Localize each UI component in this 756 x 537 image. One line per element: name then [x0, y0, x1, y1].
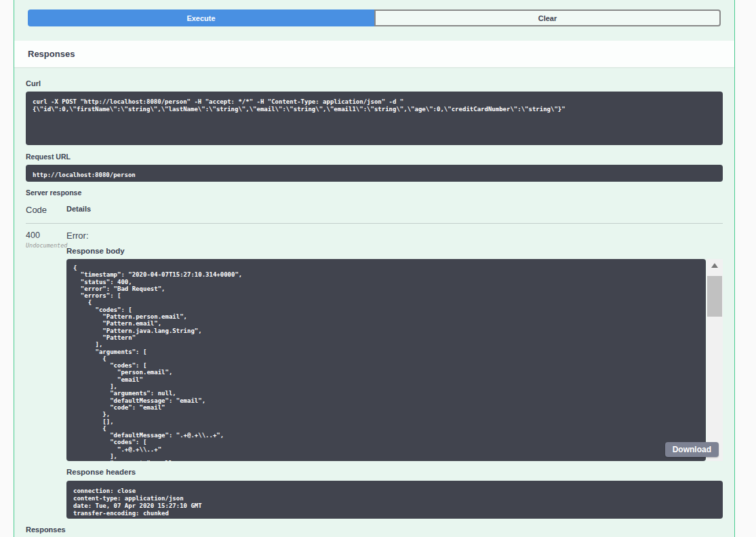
response-details-cell: Error: Response body { "timestamp": "202… [66, 231, 723, 519]
responses-section-header: Responses [14, 41, 734, 67]
download-button[interactable]: Download [665, 442, 719, 457]
execute-button-group: Execute Clear [28, 9, 721, 26]
opblock-post-person: Execute Clear Responses Curl curl -X POS… [14, 0, 735, 537]
responses-section-title: Responses [28, 49, 721, 59]
scroll-up-icon [711, 263, 718, 268]
scrollbar-thumb[interactable] [707, 276, 722, 317]
response-headers-value: connection: close content-type: applicat… [66, 481, 723, 519]
request-url-label: Request URL [26, 153, 723, 161]
response-body-scroll-container: { "timestamp": "2020-04-07T15:27:10.314+… [66, 259, 723, 461]
responses-inner: Curl curl -X POST "http://localhost:8080… [14, 67, 734, 537]
request-url-value: http://localhost:8080/person [26, 165, 723, 182]
response-body-json: { "timestamp": "2020-04-07T15:27:10.314+… [66, 259, 706, 461]
details-column-header: Details [66, 205, 723, 215]
live-response-table-header: Code Details [26, 205, 723, 224]
undocumented-note: Undocumented [26, 242, 66, 249]
execute-button[interactable]: Execute [28, 9, 374, 26]
response-description: Error: [66, 231, 723, 241]
clear-button[interactable]: Clear [374, 9, 721, 26]
curl-command: curl -X POST "http://localhost:8080/pers… [26, 92, 723, 145]
response-body-label: Response body [66, 247, 723, 255]
responses-table-label: Responses [26, 525, 723, 534]
live-response-row: 400 Undocumented Error: Response body { … [26, 224, 723, 519]
response-headers-label: Response headers [66, 468, 723, 476]
curl-label: Curl [26, 79, 723, 87]
server-response-label: Server response [26, 188, 723, 197]
scrollbar-up-button[interactable] [707, 259, 723, 271]
status-code: 400 [26, 231, 66, 240]
response-body-scrollbar[interactable] [707, 259, 723, 461]
code-column-header: Code [26, 205, 66, 215]
response-code-cell: 400 Undocumented [26, 231, 66, 519]
